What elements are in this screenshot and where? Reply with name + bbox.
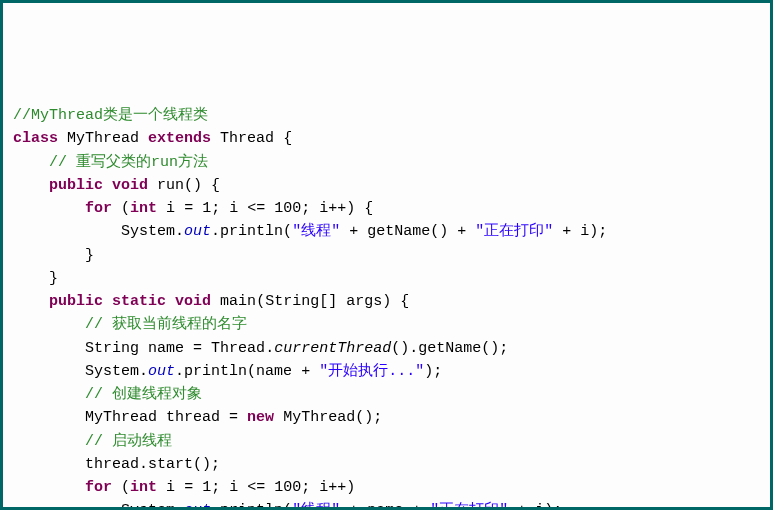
- keyword-static: static: [112, 293, 166, 310]
- field-out: out: [184, 223, 211, 240]
- method-getname: getName: [418, 340, 481, 357]
- method-run: run: [157, 177, 184, 194]
- literal-100: 100: [274, 479, 301, 496]
- string-printing: "正在打印": [430, 502, 508, 510]
- comment-line: // 创建线程对象: [85, 386, 202, 403]
- var-i: i: [166, 479, 175, 496]
- var-i: i: [535, 502, 544, 510]
- var-i: i: [580, 223, 589, 240]
- field-out: out: [184, 502, 211, 510]
- method-currentthread: currentThread: [274, 340, 391, 357]
- var-thread: thread: [85, 456, 139, 473]
- keyword-int: int: [130, 200, 157, 217]
- var-name: name: [367, 502, 403, 510]
- method-println: println: [220, 502, 283, 510]
- var-name: name: [148, 340, 184, 357]
- keyword-public: public: [49, 177, 103, 194]
- keyword-extends: extends: [148, 130, 211, 147]
- method-println: println: [220, 223, 283, 240]
- method-getname: getName: [367, 223, 430, 240]
- type-string: String: [85, 340, 139, 357]
- var-i: i: [319, 479, 328, 496]
- literal-100: 100: [274, 200, 301, 217]
- var-thread: thread: [166, 409, 220, 426]
- class-mythread: MyThread: [85, 409, 157, 426]
- keyword-class: class: [13, 130, 58, 147]
- keyword-public: public: [49, 293, 103, 310]
- string-thread: "线程": [292, 502, 340, 510]
- superclass-name: Thread: [220, 130, 274, 147]
- keyword-void: void: [175, 293, 211, 310]
- comment-line: //MyThread类是一个线程类: [13, 107, 208, 124]
- string-printing: "正在打印": [475, 223, 553, 240]
- string-thread: "线程": [292, 223, 340, 240]
- field-out: out: [148, 363, 175, 380]
- keyword-for: for: [85, 200, 112, 217]
- var-i: i: [319, 200, 328, 217]
- class-system: System: [121, 502, 175, 510]
- var-i: i: [166, 200, 175, 217]
- var-i: i: [229, 479, 238, 496]
- class-system: System: [121, 223, 175, 240]
- class-thread: Thread: [211, 340, 265, 357]
- literal-1: 1: [202, 200, 211, 217]
- method-start: start: [148, 456, 193, 473]
- class-system: System: [85, 363, 139, 380]
- param-args: args: [346, 293, 382, 310]
- string-start: "开始执行...": [319, 363, 424, 380]
- class-name: MyThread: [67, 130, 139, 147]
- keyword-new: new: [247, 409, 274, 426]
- method-main: main: [220, 293, 256, 310]
- type-string: String: [265, 293, 319, 310]
- keyword-int: int: [130, 479, 157, 496]
- code-block: //MyThread类是一个线程类 class MyThread extends…: [13, 104, 760, 510]
- method-println: println: [184, 363, 247, 380]
- keyword-void: void: [112, 177, 148, 194]
- class-mythread: MyThread: [283, 409, 355, 426]
- comment-line: // 重写父类的run方法: [49, 154, 208, 171]
- comment-line: // 启动线程: [85, 433, 172, 450]
- comment-line: // 获取当前线程的名字: [85, 316, 247, 333]
- var-name: name: [256, 363, 292, 380]
- keyword-for: for: [85, 479, 112, 496]
- literal-1: 1: [202, 479, 211, 496]
- var-i: i: [229, 200, 238, 217]
